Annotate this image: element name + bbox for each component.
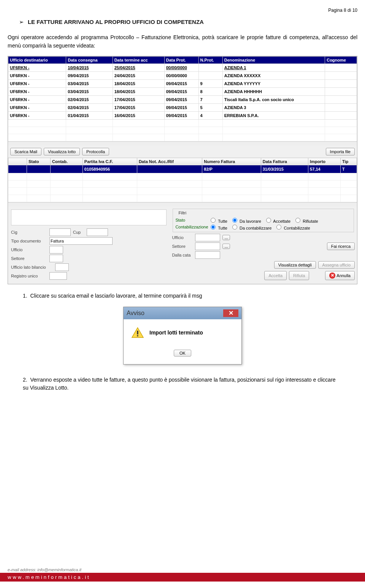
table-row[interactable]: UF6RKN -03/04/201518/04/201509/04/20158A… [8, 87, 357, 95]
col-importo[interactable]: Importo [308, 158, 341, 165]
settore-input[interactable] [49, 255, 63, 262]
cell-num: 82/P [202, 165, 261, 173]
registro-label: Registro unico [11, 274, 47, 278]
accetta-button[interactable]: Accetta [264, 271, 287, 280]
radio-contabz[interactable]: Contabilizzate [275, 223, 310, 230]
col-termine[interactable]: Data termine acc [113, 56, 164, 63]
close-icon[interactable]: ✕ [223, 309, 238, 317]
registro-input[interactable] [49, 272, 67, 280]
filtro-ufficio-input[interactable] [195, 234, 220, 241]
radio-dacontab[interactable]: Da contabilizzare [230, 223, 271, 230]
radio-tutte[interactable]: Tutte [209, 217, 227, 223]
col-denom[interactable]: Denominazione [222, 56, 325, 63]
protocolla-button[interactable]: Protocolla [82, 148, 109, 155]
cell-tip: T [340, 165, 357, 173]
lookup-ufficio-button[interactable]: ... [222, 235, 230, 240]
col-stato[interactable]: Stato [27, 158, 51, 165]
avviso-dialog: Avviso ✕ Import lotti terminato OK [123, 307, 242, 365]
col-cognome[interactable]: Cognome [325, 56, 357, 63]
cup-input[interactable] [87, 228, 108, 236]
cup-label: Cup [73, 230, 84, 235]
page-footer: e-mail address: info@meminformatica.it w… [0, 567, 365, 582]
filtro-settore-input[interactable] [195, 242, 220, 250]
cig-label: Cig [11, 230, 47, 235]
col-datanot[interactable]: Data Not. Acc./Rif [137, 158, 202, 165]
tipodoc-input[interactable] [49, 237, 113, 245]
svg-rect-2 [137, 335, 138, 336]
warning-icon [131, 327, 144, 338]
col-nprot[interactable]: N.Prot. [198, 56, 222, 63]
filtro-settore-label: Settore [172, 244, 193, 249]
table-row[interactable]: UF6RKN -02/04/201517/04/201509/04/20157T… [8, 95, 357, 103]
radio-accettate[interactable]: Accettate [264, 217, 290, 223]
page-number: Pagina 8 di 10 [8, 8, 357, 13]
annulla-button[interactable]: ✕ Annulla [325, 271, 355, 280]
cell-data: 31/03/2015 [261, 165, 308, 173]
filtri-title: Filtri [177, 211, 188, 215]
avviso-ok-button[interactable]: OK [174, 350, 191, 357]
footer-url: www.meminformatica.it [0, 573, 365, 582]
step-1: 1. Cliccare su scarica email e lasciarlo… [23, 292, 342, 300]
main-screenshot: Ufficio destinatario Data consegna Data … [8, 56, 357, 284]
cell-piva: 01058940956 [83, 165, 137, 173]
scarica-mail-button[interactable]: Scarica Mail [10, 148, 41, 155]
ufficio-label: Ufficio [11, 247, 47, 252]
dalla-input[interactable] [195, 251, 220, 259]
assegna-ufficio-button[interactable]: Assegna ufficio [318, 261, 355, 269]
step-2: 2. Verranno esposte a video tutte le fat… [23, 376, 342, 392]
table-row[interactable]: UF6RKN -02/04/201517/04/201509/04/20155A… [8, 103, 357, 111]
col-numfatt[interactable]: Numero Fattura [202, 158, 261, 165]
radio-contab-tutte[interactable]: Tutte [209, 223, 227, 230]
detail-table: Stato Contab. Partita Iva C.F. Data Not.… [8, 158, 357, 202]
radio-dalavorare[interactable]: Da lavorare [230, 217, 261, 223]
lookup-settore-button[interactable]: ... [222, 244, 230, 249]
col-prot[interactable]: Data Prot. [164, 56, 198, 63]
avviso-message: Import lotti terminato [149, 330, 203, 336]
visualizza-dettagli-button[interactable]: Visualizza dettagli [274, 261, 316, 269]
col-ufficio[interactable]: Ufficio destinatario [8, 56, 66, 63]
svg-rect-1 [137, 331, 138, 334]
tipodoc-label: Tipo documento [11, 239, 47, 243]
fai-ricerca-button[interactable]: Fai ricerca [327, 242, 355, 250]
ufficiolato-input[interactable] [55, 263, 69, 271]
col-tip[interactable]: Tip [340, 158, 357, 165]
importa-file-button[interactable]: Importa file [326, 148, 355, 155]
cancel-icon: ✕ [329, 273, 335, 279]
col-piva[interactable]: Partita Iva C.F. [83, 158, 137, 165]
radio-rifiutate[interactable]: Rifiutate [294, 217, 318, 223]
contab-label: Contabilizzazione [175, 225, 206, 229]
footer-email: e-mail address: info@meminformatica.it [0, 567, 365, 572]
dalla-label: Dalla cata [172, 253, 193, 257]
ufficiolato-label: Ufficio lato bilancio [11, 265, 53, 269]
filtri-group: Filtri Stato Tutte Da lavorare Accettate… [173, 209, 354, 232]
stato-label: Stato [175, 218, 206, 222]
table-row[interactable]: UF6RKN -09/04/201524/04/201500/00/0000AZ… [8, 71, 357, 79]
col-contab[interactable]: Contab. [51, 158, 83, 165]
col-empty [8, 158, 27, 165]
settore-label: Settore [11, 256, 47, 261]
table-row[interactable]: UF6RKN -03/04/201518/04/201509/04/20159A… [8, 79, 357, 87]
ufficio-input[interactable] [49, 246, 63, 254]
avviso-title: Avviso [127, 310, 144, 317]
detail-row-selected[interactable]: 01058940956 82/P 31/03/2015 57,14 T [8, 165, 357, 173]
table-row[interactable]: UF6RKN -10/04/201525/04/201500/00/0000AZ… [8, 63, 357, 71]
section-title: LE FATTURE ARRIVANO AL PROPRIO UFFICIO D… [28, 19, 204, 25]
cig-input[interactable] [49, 228, 71, 236]
bullet-arrow-icon: ➢ [19, 19, 24, 25]
invoice-table: Ufficio destinatario Data consegna Data … [8, 56, 357, 141]
visualizza-lotto-button[interactable]: Visualizza lotto [44, 148, 80, 155]
filtro-ufficio-label: Ufficio [172, 235, 193, 240]
rifiuta-button[interactable]: Rifiuta [289, 271, 309, 280]
intro-paragraph: Ogni operatore accedendo al programma Pr… [8, 33, 357, 50]
cell-importo: 57,14 [308, 165, 341, 173]
table-row[interactable]: UF6RKN -01/04/201516/04/201509/04/20154E… [8, 111, 357, 119]
col-datafatt[interactable]: Data Fattura [261, 158, 308, 165]
col-consegna[interactable]: Data consegna [66, 56, 113, 63]
